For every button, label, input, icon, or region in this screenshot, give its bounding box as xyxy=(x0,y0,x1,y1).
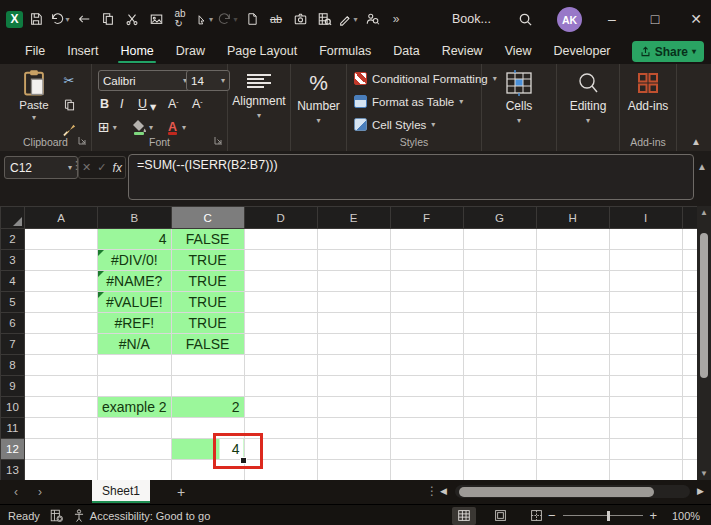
cell-D4[interactable] xyxy=(244,271,317,292)
row-header-10[interactable]: 10 xyxy=(1,397,25,418)
people-search-icon[interactable] xyxy=(361,6,383,32)
tab-home[interactable]: Home xyxy=(109,38,164,64)
cell-H12[interactable] xyxy=(536,439,609,460)
next-sheet-icon[interactable]: › xyxy=(30,480,50,504)
column-header-C[interactable]: C xyxy=(171,207,244,229)
row-header-9[interactable]: 9 xyxy=(1,376,25,397)
cell-G5[interactable] xyxy=(463,292,536,313)
name-box[interactable]: C12 ▾ xyxy=(4,156,78,179)
font-dialog-launcher[interactable] xyxy=(214,134,223,148)
tab-page-layout[interactable]: Page Layout xyxy=(216,38,308,64)
zoom-level[interactable]: 100% xyxy=(672,505,700,525)
cell-G3[interactable] xyxy=(463,250,536,271)
scroll-up-icon[interactable]: ▲ xyxy=(697,206,711,219)
overflow-icon[interactable]: » xyxy=(385,6,407,32)
cell-A5[interactable] xyxy=(25,292,98,313)
decrease-font-button[interactable]: Aˇ xyxy=(192,95,203,113)
scroll-left-icon[interactable]: ◀ xyxy=(440,486,447,496)
cell-partial-3[interactable] xyxy=(682,250,698,271)
cell-I2[interactable] xyxy=(609,229,682,250)
cell-B4[interactable]: #NAME? xyxy=(98,271,172,292)
vertical-scroll-thumb[interactable] xyxy=(700,233,708,378)
cell-I3[interactable] xyxy=(609,250,682,271)
new-sheet-button[interactable]: + xyxy=(172,483,190,501)
horizontal-scroll-thumb[interactable] xyxy=(459,487,654,497)
cell-B7[interactable]: #N/A xyxy=(98,334,172,355)
cell-I9[interactable] xyxy=(609,376,682,397)
tab-file[interactable]: File xyxy=(14,38,56,64)
cell-I5[interactable] xyxy=(609,292,682,313)
search-icon[interactable] xyxy=(512,6,538,32)
cell-C3[interactable]: TRUE xyxy=(171,250,244,271)
cell-D8[interactable] xyxy=(244,355,317,376)
cell-partial-13[interactable] xyxy=(682,460,698,481)
cell-E3[interactable] xyxy=(317,250,390,271)
sheet-tab-sheet1[interactable]: Sheet1 xyxy=(92,480,150,503)
cell-C6[interactable]: TRUE xyxy=(171,313,244,334)
column-header-G[interactable]: G xyxy=(463,207,536,229)
borders-button[interactable]: ⊞▾ xyxy=(98,118,117,136)
number-button[interactable]: % Number ▾ xyxy=(291,70,346,125)
cell-A7[interactable] xyxy=(25,334,98,355)
cell-F10[interactable] xyxy=(390,397,463,418)
cell-F5[interactable] xyxy=(390,292,463,313)
cell-A6[interactable] xyxy=(25,313,98,334)
cell-G8[interactable] xyxy=(463,355,536,376)
cell-H13[interactable] xyxy=(536,460,609,481)
underline-button[interactable]: U xyxy=(138,95,147,113)
cell-C2[interactable]: FALSE xyxy=(171,229,244,250)
ink-pen-icon[interactable]: ▾ xyxy=(337,6,359,32)
tab-view[interactable]: View xyxy=(494,38,543,64)
cell-E6[interactable] xyxy=(317,313,390,334)
new-file-icon[interactable] xyxy=(241,6,263,32)
insert-function-button[interactable]: fx xyxy=(113,161,122,175)
cancel-icon[interactable]: ✕ xyxy=(82,161,91,174)
row-header-11[interactable]: 11 xyxy=(1,418,25,439)
camera-icon[interactable] xyxy=(289,6,311,32)
chevron-down-icon[interactable]: ▾ xyxy=(150,97,156,115)
cell-D3[interactable] xyxy=(244,250,317,271)
share-button[interactable]: Share ▾ xyxy=(632,41,704,62)
cell-B13[interactable] xyxy=(98,460,172,481)
sheet-options-dots[interactable]: ⋮ xyxy=(426,484,438,498)
scroll-down-icon[interactable]: ▼ xyxy=(697,467,711,480)
cell-partial-11[interactable] xyxy=(682,418,698,439)
alignment-button[interactable]: Alignment ▾ xyxy=(228,70,290,120)
cell-G13[interactable] xyxy=(463,460,536,481)
cell-E7[interactable] xyxy=(317,334,390,355)
previous-sheet-icon[interactable]: ‹ xyxy=(6,480,26,504)
cell-H3[interactable] xyxy=(536,250,609,271)
cell-H5[interactable] xyxy=(536,292,609,313)
page-layout-view-button[interactable] xyxy=(488,507,512,525)
cell-partial-12[interactable] xyxy=(682,439,698,460)
cell-H9[interactable] xyxy=(536,376,609,397)
cell-B6[interactable]: #REF! xyxy=(98,313,172,334)
scroll-right-icon[interactable]: ▶ xyxy=(697,486,704,496)
cell-partial-6[interactable] xyxy=(682,313,698,334)
cell-F2[interactable] xyxy=(390,229,463,250)
bold-button[interactable]: B xyxy=(100,95,109,113)
column-header-I[interactable]: I xyxy=(609,207,682,229)
cell-H11[interactable] xyxy=(536,418,609,439)
redo-icon[interactable]: ▾ xyxy=(217,6,239,32)
cell-F8[interactable] xyxy=(390,355,463,376)
accessibility-status[interactable]: Accessibility: Good to go xyxy=(90,510,210,522)
cell-I10[interactable] xyxy=(609,397,682,418)
undo-icon[interactable]: ▾ xyxy=(49,6,71,32)
cell-A8[interactable] xyxy=(25,355,98,376)
collapse-ribbon-icon[interactable]: ▲ xyxy=(691,136,701,147)
row-header-13[interactable]: 13 xyxy=(1,460,25,481)
cell-E9[interactable] xyxy=(317,376,390,397)
cell-I11[interactable] xyxy=(609,418,682,439)
cell-I12[interactable] xyxy=(609,439,682,460)
cell-B12[interactable] xyxy=(98,439,172,460)
cell-D9[interactable] xyxy=(244,376,317,397)
tab-developer[interactable]: Developer xyxy=(543,38,622,64)
cell-A4[interactable] xyxy=(25,271,98,292)
column-header-H[interactable]: H xyxy=(536,207,609,229)
cell-H10[interactable] xyxy=(536,397,609,418)
column-header-A[interactable]: A xyxy=(25,207,98,229)
cell-styles-button[interactable]: Cell Styles▾ xyxy=(354,118,435,131)
cell-E2[interactable] xyxy=(317,229,390,250)
cell-I7[interactable] xyxy=(609,334,682,355)
